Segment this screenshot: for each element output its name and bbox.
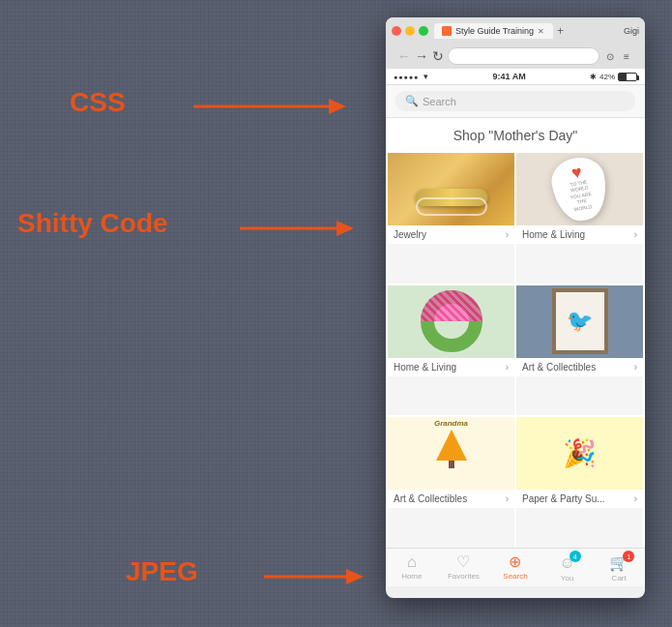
home-tab-label: Home [401,572,422,581]
jewelry-image [388,153,514,225]
jpeg-arrow [264,563,365,594]
shitty-code-arrow [240,215,356,246]
you-tab-label: You [561,574,574,582]
product-label-jewelry: Jewelry › [388,225,514,244]
cart-tab-label: Cart [612,574,627,582]
art1-label: Art & Collectibles [522,362,596,373]
jewelry-label: Jewelry [394,229,426,240]
search-icon: 🔍 [405,95,419,107]
search-placeholder: Search [423,96,456,107]
tab-favicon [442,26,452,36]
svg-marker-5 [346,569,364,584]
search-input[interactable]: 🔍 Search [395,91,635,111]
art2-label: Art & Collectibles [394,493,467,504]
search-tab-label: Search [503,572,527,581]
browser-chrome: Style Guide Training ✕ + Gigi ← → ↻ ⊙ ≡ [386,17,645,69]
new-tab-button[interactable]: + [557,24,564,38]
chevron-icon: › [506,493,509,504]
refresh-button[interactable]: ↻ [432,49,444,63]
tab-close-icon[interactable]: ✕ [538,27,545,35]
art-frame: 🐦 [552,288,608,354]
ornament-text: TO THEWORLDYOU ARETHEWORLD [564,177,598,213]
paper-image: 🎉 [516,417,643,490]
product-card-home1[interactable]: ♥ TO THEWORLDYOU ARETHEWORLD Home & Livi… [516,153,643,284]
chevron-icon: › [506,229,509,240]
close-button[interactable] [392,26,401,36]
svg-marker-1 [329,99,346,114]
tree-top [436,430,467,461]
product-label-art2: Art & Collectibles › [388,490,514,508]
css-arrow [193,93,348,124]
paper-label: Paper & Party Su... [522,493,605,504]
bottom-tab-bar: ⌂ Home ♡ Favorites ⊕ Search ☺ 4 You [386,548,645,586]
chevron-icon: › [506,362,509,373]
product-grid: Jewelry › ♥ TO THEWORLDYOU ARETHEWORLD H… [386,153,645,548]
tab-area: Style Guide Training ✕ + [434,23,624,39]
browser-user: Gigi [624,26,639,36]
wreath-shape [421,290,482,352]
shop-title: Shop "Mother's Day" [386,118,645,153]
battery-fill [619,74,627,80]
css-label: CSS [70,87,126,118]
tab-home[interactable]: ⌂ Home [386,554,438,582]
title-bar: Style Guide Training ✕ + Gigi [392,23,639,39]
product-label-home2: Home & Living › [388,358,514,376]
cart-badge-container: 🛒 1 [609,554,628,572]
you-badge: 4 [570,551,581,562]
tab-title: Style Guide Training [455,26,534,36]
favorites-icon: ♡ [456,554,470,570]
paper-emoji: 🎉 [563,437,597,469]
wifi-icon: ▾ [424,72,428,81]
tab-you[interactable]: ☺ 4 You [541,554,594,582]
tree-shape [427,430,476,488]
battery-percent: 42% [599,73,615,81]
product-card-jewelry[interactable]: Jewelry › [388,153,514,284]
app-content: 🔍 Search Shop "Mother's Day" Jewelry › [386,85,645,586]
forward-button[interactable]: → [415,49,428,63]
chevron-icon: › [634,229,637,240]
ornament-shape: ♥ TO THEWORLDYOU ARETHEWORLD [548,154,611,225]
share-icon[interactable]: ⊙ [603,49,617,63]
home2-label: Home & Living [394,362,456,373]
wreath-overlay [421,290,482,352]
product-label-home1: Home & Living › [516,225,643,244]
status-bar: ●●●●● ▾ 9:41 AM ✱ 42% [386,69,645,85]
home1-label: Home & Living [522,229,585,240]
maximize-button[interactable] [419,26,428,36]
wreath-image [388,285,514,358]
product-label-paper: Paper & Party Su... › [516,490,643,508]
tab-cart[interactable]: 🛒 1 Cart [593,554,645,582]
tulips-top [421,290,482,321]
signal-area: ●●●●● ▾ [394,72,428,81]
chevron-icon: › [634,493,637,504]
search-tab-icon: ⊕ [509,554,521,570]
address-bar[interactable] [448,47,599,65]
signal-dots: ●●●●● [394,74,419,80]
product-card-art1[interactable]: 🐦 Art & Collectibles › [516,285,643,416]
battery-area: ✱ 42% [590,73,637,81]
shitty-code-label: Shitty Code [17,208,168,239]
art1-image: 🐦 [516,285,643,358]
favorites-tab-label: Favorites [448,572,480,581]
settings-icon[interactable]: ≡ [620,49,633,63]
browser-nav-icons: ⊙ ≡ [603,49,633,63]
you-badge-container: ☺ 4 [559,554,574,572]
tab-favorites[interactable]: ♡ Favorites [438,554,490,582]
browser-window: Style Guide Training ✕ + Gigi ← → ↻ ⊙ ≡ … [386,17,645,598]
svg-marker-3 [336,221,354,236]
back-button[interactable]: ← [397,49,411,63]
product-card-art2[interactable]: Grandma Art & Collectibles › [388,417,514,548]
search-bar: 🔍 Search [386,85,645,118]
product-card-home2[interactable]: Home & Living › [388,285,514,416]
tab-search[interactable]: ⊕ Search [489,554,541,582]
minimize-button[interactable] [405,26,415,36]
product-card-paper[interactable]: 🎉 Paper & Party Su... › [516,417,643,548]
traffic-lights [392,26,428,36]
product-label-art1: Art & Collectibles › [516,358,643,376]
bracelet-shape [415,189,487,206]
chevron-icon: › [634,362,637,373]
bird-art: 🐦 [567,309,593,334]
cart-badge: 1 [623,551,634,562]
bluetooth-icon: ✱ [590,73,597,81]
browser-tab[interactable]: Style Guide Training ✕ [434,23,553,39]
